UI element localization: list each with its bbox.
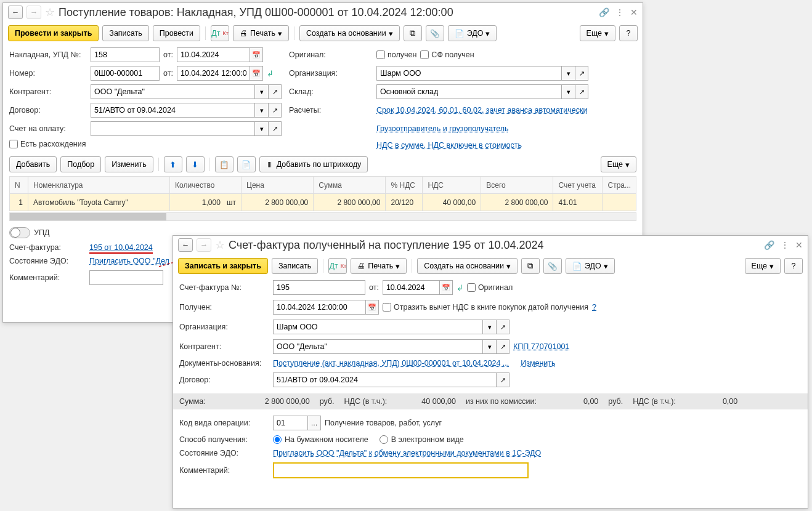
help-button[interactable]: ? xyxy=(619,25,638,41)
warehouse-input[interactable] xyxy=(376,84,561,99)
barcode-button[interactable]: ⫼ Добавить по штрихкоду xyxy=(259,156,368,172)
edo-invite-link[interactable]: Пригласить ООО "Дел xyxy=(89,257,169,265)
comment-input[interactable] xyxy=(273,462,529,478)
open-icon[interactable]: ↗ xyxy=(575,84,588,99)
copy-button[interactable]: 📋 xyxy=(215,156,233,172)
nav-forward-button[interactable]: → xyxy=(26,6,41,19)
dropdown-icon[interactable]: ▾ xyxy=(561,84,575,99)
dropdown-icon[interactable]: ▾ xyxy=(561,66,575,81)
calendar-icon[interactable]: 📅 xyxy=(365,300,379,315)
edo-button[interactable]: 📄 ЭДО ▾ xyxy=(566,258,615,274)
edit-button[interactable]: Изменить xyxy=(105,156,153,172)
contragent-input[interactable] xyxy=(273,339,482,354)
create-based-button[interactable]: Создать на основании ▾ xyxy=(417,258,518,274)
calendar-icon[interactable]: 📅 xyxy=(250,47,263,62)
create-based-button[interactable]: Создать на основании ▾ xyxy=(299,25,400,41)
comment-input[interactable] xyxy=(89,270,163,285)
dtkt-icon-button[interactable]: ДтКт xyxy=(328,258,347,274)
post-close-button[interactable]: Провести и закрыть xyxy=(8,25,99,41)
contragent-input[interactable] xyxy=(91,84,254,99)
discrepancy-checkbox[interactable]: Есть расхождения xyxy=(9,140,86,148)
dropdown-icon[interactable]: ▾ xyxy=(254,103,268,118)
kpp-link[interactable]: КПП 770701001 xyxy=(513,342,569,351)
move-up-button[interactable]: ⬆ xyxy=(164,156,182,172)
received-checkbox[interactable]: получен xyxy=(376,50,416,59)
dropdown-icon[interactable]: ▾ xyxy=(254,84,268,99)
datetime-input[interactable] xyxy=(177,66,250,81)
invoice-link[interactable]: 195 от 10.04.2024 xyxy=(89,243,153,254)
number-input[interactable] xyxy=(91,66,160,81)
attach-icon-button[interactable]: 📎 xyxy=(543,258,562,274)
print-button[interactable]: 🖨 Печать ▾ xyxy=(351,258,407,274)
dtkt-icon-button[interactable]: ДтКт xyxy=(211,25,229,41)
edo-invite-link[interactable]: Пригласить ООО "Дельта" к обмену электро… xyxy=(273,449,541,457)
shipper-link[interactable]: Грузоотправитель и грузополучатель xyxy=(376,124,509,133)
op-code-input[interactable] xyxy=(273,416,307,430)
add-button[interactable]: Добавить xyxy=(9,156,57,172)
vat-deduct-checkbox[interactable]: Отразить вычет НДС в книге покупок датой… xyxy=(383,303,588,312)
close-icon[interactable]: ✕ xyxy=(630,7,638,17)
edo-button[interactable]: 📄 ЭДО ▾ xyxy=(448,25,497,41)
more-button[interactable]: Еще ▾ xyxy=(745,258,781,274)
bill-input[interactable] xyxy=(91,121,254,136)
write-button[interactable]: Записать xyxy=(272,258,318,274)
select-icon[interactable]: … xyxy=(307,416,321,430)
open-icon[interactable]: ↗ xyxy=(575,66,588,81)
open-icon[interactable]: ↗ xyxy=(268,84,282,99)
dropdown-icon[interactable]: ▾ xyxy=(482,339,496,354)
more-button[interactable]: Еще ▾ xyxy=(580,25,615,41)
menu-icon[interactable]: ⋮ xyxy=(781,240,789,250)
write-close-button[interactable]: Записать и закрыть xyxy=(178,258,268,274)
link-icon[interactable]: 🔗 xyxy=(764,240,774,250)
base-doc-link[interactable]: Поступление (акт, накладная, УПД) 0Ш00-0… xyxy=(273,359,509,368)
sf-no-input[interactable] xyxy=(273,280,365,295)
close-icon[interactable]: ✕ xyxy=(795,240,803,250)
link-icon[interactable]: 🔗 xyxy=(599,7,609,17)
contract-input[interactable] xyxy=(91,103,254,118)
star-icon[interactable]: ☆ xyxy=(45,6,55,19)
h-scrollbar[interactable] xyxy=(9,212,636,221)
sf-received-checkbox[interactable]: СФ получен xyxy=(420,50,474,59)
nav-back-button[interactable]: ← xyxy=(8,6,23,19)
struct-icon-button[interactable]: ⧉ xyxy=(521,258,540,274)
move-down-button[interactable]: ⬇ xyxy=(186,156,205,172)
attach-icon-button[interactable]: 📎 xyxy=(426,25,444,41)
nds-link[interactable]: НДС в сумме, НДС включен в стоимость xyxy=(376,141,522,150)
star-icon[interactable]: ☆ xyxy=(215,238,225,252)
calendar-icon[interactable]: 📅 xyxy=(439,280,453,295)
post-button[interactable]: Провести xyxy=(153,25,200,41)
pick-button[interactable]: Подбор xyxy=(60,156,101,172)
received-dt-input[interactable] xyxy=(273,300,365,315)
calendar-icon[interactable]: 📅 xyxy=(250,66,263,81)
open-icon[interactable]: ↗ xyxy=(496,320,510,334)
table-more-button[interactable]: Еще ▾ xyxy=(601,156,636,172)
original-checkbox[interactable]: Оригинал xyxy=(467,283,513,292)
sf-date-input[interactable] xyxy=(383,280,439,295)
dropdown-icon[interactable]: ▾ xyxy=(254,121,268,136)
open-icon[interactable]: ↗ xyxy=(268,103,282,118)
paper-radio[interactable]: На бумажном носителе xyxy=(273,435,368,444)
invoice-no-input[interactable] xyxy=(91,47,160,62)
open-icon[interactable]: ↗ xyxy=(496,372,510,387)
nav-back-button[interactable]: ← xyxy=(178,238,193,252)
org-input[interactable] xyxy=(376,66,561,81)
menu-icon[interactable]: ⋮ xyxy=(615,7,624,17)
open-icon[interactable]: ↗ xyxy=(496,339,510,354)
help-link[interactable]: ? xyxy=(592,303,596,312)
change-link[interactable]: Изменить xyxy=(521,359,555,368)
upd-toggle[interactable] xyxy=(9,227,30,238)
calc-link[interactable]: Срок 10.04.2024, 60.01, 60.02, зачет ава… xyxy=(376,106,587,115)
struct-icon-button[interactable]: ⧉ xyxy=(404,25,422,41)
nav-forward-button[interactable]: → xyxy=(197,238,211,252)
open-icon[interactable]: ↗ xyxy=(268,121,282,136)
invoice-date-input[interactable] xyxy=(177,47,250,62)
help-button[interactable]: ? xyxy=(784,258,803,274)
contract-input[interactable] xyxy=(273,372,496,387)
electronic-radio[interactable]: В электронном виде xyxy=(380,435,464,444)
write-button[interactable]: Записать xyxy=(102,25,148,41)
paste-button[interactable]: 📄 xyxy=(237,156,256,172)
table-row[interactable]: 1 Автомобиль "Toyota Camry" 1,000 шт 2 8… xyxy=(10,194,636,211)
print-button[interactable]: 🖨 Печать ▾ xyxy=(233,25,289,41)
org-input[interactable] xyxy=(273,320,482,334)
dropdown-icon[interactable]: ▾ xyxy=(482,320,496,334)
